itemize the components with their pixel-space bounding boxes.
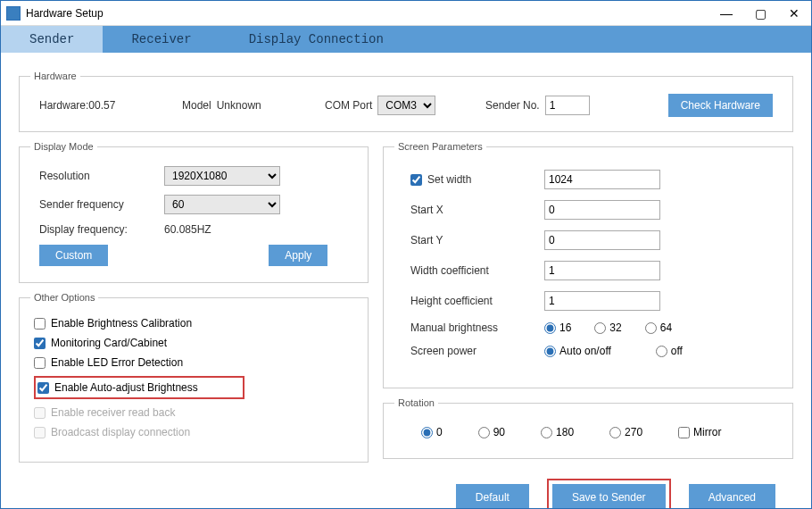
- titlebar: Hardware Setup — ▢ ✕: [1, 1, 811, 26]
- tab-display-connection[interactable]: Display Connection: [220, 26, 412, 53]
- tab-receiver[interactable]: Receiver: [103, 26, 220, 53]
- auto-adjust-brightness-label: Enable Auto-adjust Brightness: [54, 381, 198, 394]
- screen-parameters-group: Screen Parameters Set width Start X: [383, 141, 793, 388]
- save-highlight: Save to Sender: [547, 479, 671, 509]
- mirror-checkbox[interactable]: [678, 427, 690, 438]
- hardware-version-label: Hardware:00.57: [39, 99, 173, 112]
- monitoring-label: Monitoring Card/Cabinet: [51, 337, 167, 349]
- startx-input[interactable]: [544, 200, 660, 220]
- custom-button[interactable]: Custom: [39, 245, 108, 266]
- rotation-90-radio[interactable]: [478, 427, 490, 438]
- broadcast-label: Broadcast display connection: [51, 426, 190, 438]
- monitoring-checkbox[interactable]: [34, 338, 46, 349]
- brightness-calibration-checkbox[interactable]: [34, 318, 46, 330]
- power-auto-radio[interactable]: [544, 346, 556, 357]
- hcoef-label: Height coefficient: [410, 295, 544, 307]
- set-width-input[interactable]: [544, 170, 660, 189]
- display-frequency-value: 60.085HZ: [164, 223, 211, 236]
- sender-frequency-label: Sender frequency: [39, 198, 164, 211]
- other-options-legend: Other Options: [30, 292, 98, 303]
- wcoef-input[interactable]: [544, 261, 660, 280]
- sender-no-input[interactable]: [545, 96, 590, 115]
- resolution-label: Resolution: [39, 170, 164, 182]
- app-icon: [6, 6, 21, 21]
- brightness-64-radio[interactable]: [645, 322, 657, 334]
- readback-label: Enable receiver read back: [51, 406, 175, 419]
- rotation-group: Rotation 0 90 180 270 Mirror: [383, 397, 793, 459]
- power-off-radio[interactable]: [656, 346, 667, 357]
- save-to-sender-button[interactable]: Save to Sender: [552, 484, 666, 509]
- default-button[interactable]: Default: [456, 484, 529, 509]
- sender-frequency-select[interactable]: 60: [164, 195, 280, 214]
- sender-no-label: Sender No.: [485, 99, 540, 112]
- rotation-0-radio[interactable]: [421, 427, 433, 438]
- brightness-16-radio[interactable]: [544, 322, 556, 334]
- led-error-checkbox[interactable]: [34, 357, 46, 369]
- display-mode-legend: Display Mode: [30, 141, 97, 152]
- starty-label: Start Y: [410, 234, 544, 246]
- com-port-label: COM Port: [325, 99, 372, 112]
- rotation-legend: Rotation: [394, 397, 438, 408]
- manual-brightness-label: Manual brightness: [410, 321, 544, 334]
- hcoef-input[interactable]: [544, 291, 660, 311]
- led-error-label: Enable LED Error Detection: [51, 356, 183, 369]
- hardware-legend: Hardware: [30, 71, 80, 81]
- maximize-button[interactable]: ▢: [743, 1, 777, 26]
- window-title: Hardware Setup: [26, 7, 709, 20]
- model-value: Unknown: [217, 99, 261, 112]
- screen-parameters-legend: Screen Parameters: [394, 141, 486, 152]
- close-button[interactable]: ✕: [777, 1, 811, 26]
- check-hardware-button[interactable]: Check Hardware: [668, 94, 773, 117]
- brightness-calibration-label: Enable Brightness Calibration: [51, 317, 192, 330]
- wcoef-label: Width coefficient: [410, 264, 544, 277]
- set-width-label: Set width: [427, 173, 471, 186]
- set-width-checkbox[interactable]: [410, 174, 422, 186]
- readback-checkbox: [34, 407, 46, 419]
- content-area: Hardware Hardware:00.57 Model Unknown CO…: [1, 53, 811, 509]
- broadcast-checkbox: [34, 427, 46, 438]
- resolution-select[interactable]: 1920X1080: [164, 166, 280, 186]
- rotation-270-radio[interactable]: [609, 427, 621, 438]
- advanced-button[interactable]: Advanced: [689, 484, 775, 509]
- other-options-group: Other Options Enable Brightness Calibrat…: [19, 292, 369, 463]
- tab-sender[interactable]: Sender: [1, 26, 103, 53]
- startx-label: Start X: [410, 204, 544, 216]
- screen-power-label: Screen power: [410, 345, 544, 357]
- display-mode-group: Display Mode Resolution 1920X1080 Sender…: [19, 141, 369, 283]
- apply-button[interactable]: Apply: [269, 245, 327, 266]
- com-port-select[interactable]: COM3: [377, 96, 435, 115]
- starty-input[interactable]: [544, 230, 660, 250]
- footer-buttons: Default Save to Sender Advanced: [19, 471, 793, 509]
- minimize-button[interactable]: —: [709, 1, 743, 26]
- brightness-32-radio[interactable]: [594, 322, 606, 334]
- display-frequency-label: Display frequency:: [39, 223, 164, 236]
- tab-bar: Sender Receiver Display Connection: [1, 26, 811, 53]
- model-label: Model: [182, 99, 211, 112]
- rotation-180-radio[interactable]: [541, 427, 552, 438]
- hardware-group: Hardware Hardware:00.57 Model Unknown CO…: [19, 71, 793, 132]
- auto-adjust-brightness-checkbox[interactable]: [37, 382, 49, 394]
